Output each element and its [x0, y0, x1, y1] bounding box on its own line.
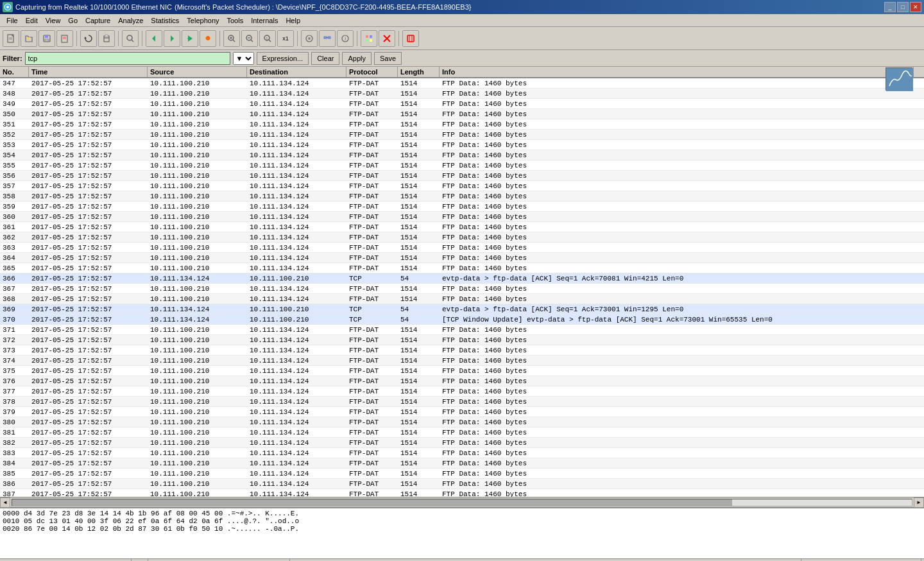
info-button[interactable]: i — [337, 30, 354, 47]
menu-analyze[interactable]: Analyze — [114, 15, 147, 26]
cell-src: 10.111.100.210 — [148, 460, 247, 467]
table-row[interactable]: 383 2017-05-25 17:52:57 10.111.100.210 1… — [0, 448, 924, 458]
table-row[interactable]: 367 2017-05-25 17:52:57 10.111.100.210 1… — [0, 284, 924, 294]
table-row[interactable]: 362 2017-05-25 17:52:57 10.111.100.210 1… — [0, 232, 924, 243]
table-row[interactable]: 361 2017-05-25 17:52:57 10.111.100.210 1… — [0, 222, 924, 232]
scroll-right-button[interactable]: ▶ — [914, 497, 924, 508]
col-header-length[interactable]: Length — [398, 67, 440, 77]
expression-button[interactable]: Expression... — [257, 52, 309, 65]
table-row[interactable]: 356 2017-05-25 17:52:57 10.111.100.210 1… — [0, 171, 924, 181]
table-row[interactable]: 372 2017-05-25 17:52:57 10.111.100.210 1… — [0, 335, 924, 345]
table-row[interactable]: 379 2017-05-25 17:52:57 10.111.100.210 1… — [0, 407, 924, 417]
settings-button[interactable] — [402, 30, 419, 47]
table-row[interactable]: 360 2017-05-25 17:52:57 10.111.100.210 1… — [0, 212, 924, 222]
cell-proto: FTP-DAT — [346, 285, 398, 293]
table-row[interactable]: 368 2017-05-25 17:52:57 10.111.100.210 1… — [0, 294, 924, 304]
table-row[interactable]: 376 2017-05-25 17:52:57 10.111.100.210 1… — [0, 376, 924, 386]
cell-dst: 10.111.134.124 — [247, 151, 346, 159]
minimize-button[interactable]: _ — [884, 2, 896, 12]
col-header-time[interactable]: Time — [29, 67, 148, 77]
menu-capture[interactable]: Capture — [81, 15, 114, 26]
table-row[interactable]: 365 2017-05-25 17:52:57 10.111.100.210 1… — [0, 263, 924, 273]
close-button[interactable]: ✕ — [910, 2, 921, 12]
table-row[interactable]: 363 2017-05-25 17:52:57 10.111.100.210 1… — [0, 243, 924, 253]
table-row[interactable]: 374 2017-05-25 17:52:57 10.111.100.210 1… — [0, 356, 924, 366]
zoom-reset-button[interactable]: x1 — [277, 30, 294, 47]
capture-start-button[interactable]: ● — [200, 30, 216, 47]
table-row[interactable]: 358 2017-05-25 17:52:57 10.111.100.210 1… — [0, 191, 924, 202]
table-row[interactable]: 359 2017-05-25 17:52:57 10.111.100.210 1… — [0, 202, 924, 212]
table-row[interactable]: 386 2017-05-25 17:52:57 10.111.100.210 1… — [0, 479, 924, 489]
zoom-in-button[interactable] — [223, 30, 240, 47]
table-row[interactable]: 377 2017-05-25 17:52:57 10.111.100.210 1… — [0, 386, 924, 397]
capture-interfaces-button[interactable] — [319, 30, 336, 47]
clear-button[interactable]: Clear — [311, 52, 339, 65]
capture-options-button[interactable] — [301, 30, 318, 47]
table-row[interactable]: 357 2017-05-25 17:52:57 10.111.100.210 1… — [0, 181, 924, 191]
menu-go[interactable]: Go — [64, 15, 81, 26]
mark-button[interactable] — [379, 30, 395, 47]
col-header-source[interactable]: Source — [148, 67, 247, 77]
table-row[interactable]: 355 2017-05-25 17:52:57 10.111.100.210 1… — [0, 160, 924, 171]
table-row[interactable]: 369 2017-05-25 17:52:57 10.111.134.124 1… — [0, 304, 924, 315]
table-row[interactable]: 380 2017-05-25 17:52:57 10.111.100.210 1… — [0, 417, 924, 427]
table-row[interactable]: 378 2017-05-25 17:52:57 10.111.100.210 1… — [0, 397, 924, 407]
back-button[interactable] — [146, 30, 162, 47]
filter-input[interactable] — [25, 52, 230, 65]
cell-proto: FTP-DAT — [346, 151, 398, 159]
menu-tools[interactable]: Tools — [223, 15, 248, 26]
scroll-left-button[interactable]: ◀ — [0, 497, 10, 508]
table-row[interactable]: 351 2017-05-25 17:52:57 10.111.100.210 1… — [0, 119, 924, 130]
table-row[interactable]: 352 2017-05-25 17:52:57 10.111.100.210 1… — [0, 130, 924, 140]
new-button[interactable] — [3, 30, 19, 47]
close-file-button[interactable] — [56, 30, 73, 47]
print-button[interactable] — [98, 30, 115, 47]
col-header-info[interactable]: Info — [440, 67, 914, 77]
table-row[interactable]: 364 2017-05-25 17:52:57 10.111.100.210 1… — [0, 253, 924, 263]
table-row[interactable]: 385 2017-05-25 17:52:57 10.111.100.210 1… — [0, 469, 924, 479]
table-row[interactable]: 349 2017-05-25 17:52:57 10.111.100.210 1… — [0, 99, 924, 109]
menu-telephony[interactable]: Telephony — [183, 15, 223, 26]
packet-list-body[interactable]: 347 2017-05-25 17:52:57 10.111.100.210 1… — [0, 78, 924, 497]
table-row[interactable]: 370 2017-05-25 17:52:57 10.111.134.124 1… — [0, 315, 924, 325]
table-row[interactable]: 382 2017-05-25 17:52:57 10.111.100.210 1… — [0, 438, 924, 448]
open-button[interactable] — [21, 30, 37, 47]
reload-button[interactable] — [80, 30, 97, 47]
table-row[interactable]: 375 2017-05-25 17:52:57 10.111.100.210 1… — [0, 366, 924, 376]
table-row[interactable]: 384 2017-05-25 17:52:57 10.111.100.210 1… — [0, 458, 924, 469]
apply-button[interactable]: Apply — [342, 52, 372, 65]
table-row[interactable]: 387 2017-05-25 17:52:57 10.111.100.210 1… — [0, 489, 924, 497]
find-button[interactable] — [122, 30, 139, 47]
table-row[interactable]: 366 2017-05-25 17:52:57 10.111.134.124 1… — [0, 273, 924, 284]
menu-edit[interactable]: Edit — [22, 15, 42, 26]
zoom-out-button[interactable] — [241, 30, 258, 47]
menu-internals[interactable]: Internals — [247, 15, 282, 26]
table-row[interactable]: 347 2017-05-25 17:52:57 10.111.100.210 1… — [0, 78, 924, 89]
save-filter-button[interactable]: Save — [374, 52, 402, 65]
colorize-button[interactable] — [361, 30, 377, 47]
table-row[interactable]: 373 2017-05-25 17:52:57 10.111.100.210 1… — [0, 345, 924, 356]
save-button[interactable] — [38, 30, 55, 47]
cell-src: 10.111.100.210 — [148, 347, 247, 354]
table-row[interactable]: 353 2017-05-25 17:52:57 10.111.100.210 1… — [0, 140, 924, 150]
table-row[interactable]: 381 2017-05-25 17:52:57 10.111.100.210 1… — [0, 427, 924, 438]
jump-button[interactable] — [182, 30, 198, 47]
col-header-destination[interactable]: Destination — [247, 67, 346, 77]
col-header-no[interactable]: No. — [0, 67, 29, 77]
toolbar: ● 1 x1 i — [0, 27, 924, 50]
menu-help[interactable]: Help — [282, 15, 304, 26]
table-row[interactable]: 371 2017-05-25 17:52:57 10.111.100.210 1… — [0, 325, 924, 335]
table-row[interactable]: 354 2017-05-25 17:52:57 10.111.100.210 1… — [0, 150, 924, 160]
horizontal-scrollbar[interactable]: ◀ ▶ — [0, 497, 924, 507]
col-header-protocol[interactable]: Protocol — [346, 67, 398, 77]
menu-statistics[interactable]: Statistics — [147, 15, 183, 26]
menu-file[interactable]: File — [3, 15, 22, 26]
table-row[interactable]: 348 2017-05-25 17:52:57 10.111.100.210 1… — [0, 89, 924, 99]
zoom-fit-button[interactable]: 1 — [259, 30, 276, 47]
filter-dropdown[interactable]: ▼ — [233, 52, 254, 65]
table-row[interactable]: 350 2017-05-25 17:52:57 10.111.100.210 1… — [0, 109, 924, 119]
menu-view[interactable]: View — [42, 15, 65, 26]
forward-button[interactable] — [164, 30, 180, 47]
window-controls[interactable]: _ □ ✕ — [884, 2, 921, 12]
maximize-button[interactable]: □ — [897, 2, 909, 12]
